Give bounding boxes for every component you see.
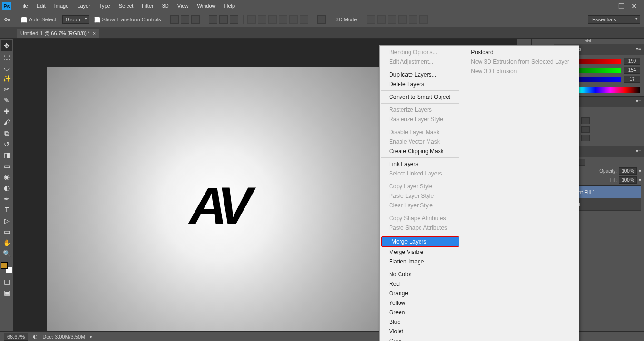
- document-canvas[interactable]: AV: [47, 67, 389, 341]
- zoom-icon[interactable]: ◐: [33, 333, 38, 340]
- arrange-icon[interactable]: [317, 15, 326, 24]
- g-value[interactable]: 154: [624, 67, 640, 74]
- gradient-tool[interactable]: ▭: [1, 161, 12, 171]
- align-icon[interactable]: [191, 15, 200, 24]
- 3d-icon: [409, 15, 417, 24]
- panel-menu-icon[interactable]: ▾≡: [633, 146, 644, 157]
- dodge-tool[interactable]: ◐: [1, 183, 12, 193]
- fill-value[interactable]: 100%: [619, 176, 637, 184]
- fg-color-swatch[interactable]: [1, 262, 8, 269]
- align-icon[interactable]: [209, 15, 217, 24]
- rectangle-tool[interactable]: ▭: [1, 226, 12, 237]
- brush-tool[interactable]: 🖌: [1, 117, 12, 127]
- spot-heal-tool[interactable]: ✚: [1, 106, 12, 117]
- menu-item-convert-to-smart-object[interactable]: Convert to Smart Object: [380, 92, 461, 102]
- tools-panel: ✥ ⬚ ◡ ✨ ✂ ✎ ✚ 🖌 ⧉ ↺ ◨ ▭ ◉ ◐ ✒ T ▷ ▭ ✋ 🔍 …: [0, 39, 13, 341]
- collapse-arrows-icon[interactable]: ◀◀: [532, 39, 644, 44]
- menu-item-create-clipping-mask[interactable]: Create Clipping Mask: [380, 146, 461, 156]
- clone-stamp-tool[interactable]: ⧉: [1, 128, 12, 138]
- adj-icon[interactable]: [581, 135, 590, 141]
- menu-bar: Ps FileEditImageLayerTypeSelectFilter3DV…: [0, 0, 644, 12]
- menu-item-postcard[interactable]: Postcard: [461, 48, 579, 57]
- menu-item-duplicate-layers-[interactable]: Duplicate Layers...: [380, 70, 461, 79]
- menu-type[interactable]: Type: [95, 0, 115, 12]
- menu-item-no-color[interactable]: No Color: [380, 270, 461, 279]
- menu-item-new-3d-extrusion-from-selected-layer: New 3D Extrusion from Selected Layer: [461, 57, 579, 67]
- show-transform-checkbox[interactable]: Show Transform Controls: [94, 17, 161, 23]
- 3d-icon: [377, 15, 386, 24]
- menu-view[interactable]: View: [173, 0, 193, 12]
- menu-item-delete-layers[interactable]: Delete Layers: [380, 79, 461, 89]
- menu-select[interactable]: Select: [115, 0, 138, 12]
- menu-item-paste-layer-style: Paste Layer Style: [380, 191, 461, 201]
- pen-tool[interactable]: ✒: [1, 194, 12, 204]
- menu-filter[interactable]: Filter: [137, 0, 157, 12]
- r-value[interactable]: 199: [624, 58, 640, 65]
- mode-3d-label: 3D Mode:: [336, 17, 359, 22]
- minimize-icon[interactable]: —: [605, 2, 612, 10]
- menu-item-violet[interactable]: Violet: [380, 327, 461, 336]
- move-tool-icon[interactable]: ✥▸: [4, 17, 11, 23]
- screen-mode-tool[interactable]: ▣: [1, 287, 12, 298]
- 3d-icon: [398, 15, 407, 24]
- menu-item-merge-visible[interactable]: Merge Visible: [380, 247, 461, 257]
- options-bar: ✥▸ Auto-Select: Group Show Transform Con…: [0, 12, 644, 27]
- opacity-label: Opacity:: [599, 168, 617, 174]
- distribute-icon: [247, 15, 256, 24]
- panel-menu-icon[interactable]: ▾≡: [633, 97, 644, 107]
- menu-item-new-3d-extrusion: New 3D Extrusion: [461, 67, 579, 76]
- hand-tool[interactable]: ✋: [1, 237, 12, 248]
- menu-layer[interactable]: Layer: [73, 0, 95, 12]
- menu-image[interactable]: Image: [50, 0, 73, 12]
- panel-menu-icon[interactable]: ▾≡: [633, 44, 644, 55]
- align-icon[interactable]: [230, 15, 238, 24]
- menu-help[interactable]: Help: [220, 0, 240, 12]
- color-swatches[interactable]: [1, 262, 12, 273]
- path-selection-tool[interactable]: ▷: [1, 215, 12, 226]
- menu-item-link-layers[interactable]: Link Layers: [380, 159, 461, 169]
- menu-item-blue[interactable]: Blue: [380, 317, 461, 327]
- auto-select-checkbox[interactable]: Auto-Select:: [21, 17, 58, 23]
- marquee-tool[interactable]: ⬚: [1, 51, 12, 62]
- b-value[interactable]: 17: [624, 76, 640, 83]
- menu-item-select-linked-layers: Select Linked Layers: [380, 169, 461, 178]
- close-icon[interactable]: ✕: [631, 2, 637, 10]
- lasso-tool[interactable]: ◡: [1, 62, 12, 73]
- adj-icon[interactable]: [581, 117, 590, 124]
- menu-file[interactable]: File: [15, 0, 32, 12]
- menu-item-flatten-image[interactable]: Flatten Image: [380, 257, 461, 266]
- menu-item-green[interactable]: Green: [380, 308, 461, 317]
- blur-tool[interactable]: ◉: [1, 172, 12, 182]
- magic-wand-tool[interactable]: ✨: [1, 73, 12, 84]
- opacity-value[interactable]: 100%: [619, 167, 637, 175]
- auto-select-mode-dropdown[interactable]: Group: [62, 15, 89, 24]
- zoom-level[interactable]: 66.67%: [4, 333, 28, 341]
- document-tab[interactable]: Untitled-1 @ 66.7% (RGB/8) * ×: [17, 29, 99, 38]
- eyedropper-tool[interactable]: ✎: [1, 95, 12, 106]
- quick-mask-tool[interactable]: ◫: [1, 276, 12, 287]
- zoom-tool[interactable]: 🔍: [1, 248, 12, 259]
- menu-item-yellow[interactable]: Yellow: [380, 298, 461, 308]
- restore-icon[interactable]: ❐: [618, 2, 624, 10]
- menu-3d[interactable]: 3D: [158, 0, 173, 12]
- move-tool[interactable]: ✥: [1, 40, 12, 51]
- menu-item-merge-layers[interactable]: Merge Layers: [382, 237, 459, 246]
- adj-icon[interactable]: [581, 126, 590, 133]
- align-group: [166, 15, 200, 24]
- document-tab-label: Untitled-1 @ 66.7% (RGB/8) *: [20, 30, 90, 36]
- menu-item-red[interactable]: Red: [380, 279, 461, 289]
- distribute-icon: [300, 15, 308, 24]
- close-icon[interactable]: ×: [93, 31, 96, 36]
- type-tool[interactable]: T: [1, 205, 12, 215]
- align-icon[interactable]: [170, 15, 179, 24]
- align-icon[interactable]: [219, 15, 228, 24]
- menu-window[interactable]: Window: [193, 0, 220, 12]
- menu-item-orange[interactable]: Orange: [380, 289, 461, 298]
- menu-item-gray[interactable]: Gray: [380, 336, 461, 341]
- crop-tool[interactable]: ✂: [1, 84, 12, 95]
- align-icon[interactable]: [181, 15, 189, 24]
- workspace-dropdown[interactable]: Essentials: [588, 15, 640, 24]
- menu-edit[interactable]: Edit: [32, 0, 50, 12]
- history-brush-tool[interactable]: ↺: [1, 139, 12, 149]
- eraser-tool[interactable]: ◨: [1, 150, 12, 160]
